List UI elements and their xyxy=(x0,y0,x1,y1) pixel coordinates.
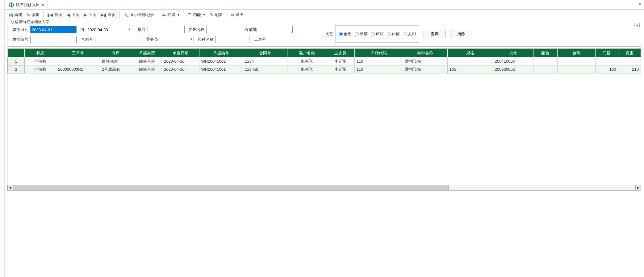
cell-workOrder[interactable] xyxy=(56,57,100,65)
print-icon: 🖶 xyxy=(162,12,166,17)
cell-colorNo[interactable] xyxy=(558,57,596,65)
col-doc-no[interactable]: 单据编号 xyxy=(199,49,243,57)
cell-fabricName[interactable]: 爱招飞布 xyxy=(403,57,447,65)
col-doc-type[interactable]: 单据类型 xyxy=(132,49,162,57)
search-button[interactable]: 查询 xyxy=(424,30,446,38)
functions-button[interactable]: ☰功能▼ xyxy=(186,11,207,19)
col-weight[interactable]: 克重 xyxy=(618,49,641,57)
edit-button[interactable]: ✎编辑 xyxy=(25,11,41,19)
prev-page-button[interactable]: ◀上页 xyxy=(65,11,81,19)
col-work-order[interactable]: 工单号 xyxy=(56,49,100,57)
scroll-track[interactable] xyxy=(13,185,635,191)
cell-salesperson[interactable]: 李延军 xyxy=(326,65,354,73)
col-salesperson[interactable]: 业务员 xyxy=(326,49,354,57)
label-cust-name: 客户名称 xyxy=(186,27,204,32)
table-row[interactable]: 2已审核200330003R12号成品仓回修入库2020-04-10WR2004… xyxy=(8,65,641,73)
location-input[interactable] xyxy=(259,26,293,33)
next-page-button[interactable]: ▶下页 xyxy=(82,11,98,19)
cell-color[interactable] xyxy=(533,57,558,65)
label-doc-date: 单据日期 xyxy=(10,27,28,32)
scroll-thumb[interactable] xyxy=(13,185,449,190)
cell-colorNo[interactable] xyxy=(558,65,596,73)
cell-status[interactable]: 已审核 xyxy=(25,57,56,65)
label-salesperson: 业务员 xyxy=(143,37,158,42)
chevron-down-icon: ▼ xyxy=(177,13,180,16)
contract-no-input[interactable] xyxy=(95,36,141,43)
last-page-button[interactable]: ▶▮末页 xyxy=(99,11,118,19)
cell-warehouse[interactable]: 白坯仓库 xyxy=(100,57,132,65)
cell-custName[interactable]: 朱鸿飞 xyxy=(287,65,326,73)
cell-color[interactable] xyxy=(533,65,558,73)
cell-contractNo[interactable]: 1234 xyxy=(243,57,287,65)
status-void[interactable]: 作废 xyxy=(387,31,400,37)
cell-docType[interactable]: 回修入库 xyxy=(132,57,162,65)
col-rownum[interactable] xyxy=(8,49,25,57)
col-cust-name[interactable]: 客户名称 xyxy=(287,49,326,57)
col-spec[interactable]: 规格 xyxy=(447,49,493,57)
cell-docNo[interactable]: WR20041002 xyxy=(199,57,243,65)
tab-main[interactable]: 坯布回修入库 × xyxy=(6,0,48,9)
print-button[interactable]: 🖶打印▼ xyxy=(160,11,182,19)
col-color-no[interactable]: 色号 xyxy=(558,49,596,57)
cell-spec[interactable] xyxy=(447,57,493,65)
refresh-button[interactable]: ↻刷新 xyxy=(208,11,225,19)
scroll-left-icon[interactable]: ◀ xyxy=(7,185,13,191)
table-row[interactable]: 1已审核白坯仓库回修入库2020-04-10WR200410021234朱鸿飞李… xyxy=(8,57,641,65)
window-close-icon[interactable]: × xyxy=(638,2,641,7)
cell-weight[interactable] xyxy=(618,57,641,65)
cell-docNo[interactable]: WR20041001 xyxy=(199,65,243,73)
scroll-right-icon[interactable]: ▶ xyxy=(635,185,641,191)
cell-fabricName[interactable]: 爱招飞布 xyxy=(403,65,447,73)
cell-fabricCode[interactable]: 110 xyxy=(354,57,403,65)
batch-input[interactable] xyxy=(148,26,185,33)
date-from-input[interactable] xyxy=(30,26,77,33)
cell-docType[interactable]: 回修入库 xyxy=(132,65,162,73)
col-status[interactable]: 状态 xyxy=(25,49,56,57)
col-fabric-name[interactable]: 布种名称 xyxy=(403,49,447,57)
date-to-input[interactable] xyxy=(86,26,132,33)
cell-width[interactable]: 160 xyxy=(596,65,618,73)
cell-workOrder[interactable]: 200330003R1 xyxy=(56,65,100,73)
col-contract-no[interactable]: 合同号 xyxy=(243,49,287,57)
cell-docDate[interactable]: 2020-04-10 xyxy=(162,65,199,73)
cell-width[interactable] xyxy=(596,57,618,65)
cell-salesperson[interactable]: 李延军 xyxy=(326,57,354,65)
cell-status[interactable]: 已审核 xyxy=(25,65,56,73)
doc-no-input[interactable] xyxy=(30,36,77,43)
status-approved[interactable]: 审核 xyxy=(371,31,384,37)
show-all-button[interactable]: 🔍显示全部记录 xyxy=(122,11,156,19)
cell-batch[interactable]: 200330002 xyxy=(493,65,533,73)
status-all[interactable]: 全部 xyxy=(339,31,352,37)
clear-button[interactable]: 清除 xyxy=(450,30,472,38)
exit-button[interactable]: ⊗退出 xyxy=(229,11,245,19)
col-color[interactable]: 颜色 xyxy=(533,49,558,57)
fabric-name-input[interactable] xyxy=(215,36,249,43)
col-doc-date[interactable]: 单据日期 xyxy=(162,49,199,57)
row-number[interactable]: 2 xyxy=(8,65,25,73)
col-width[interactable]: 门幅 xyxy=(596,49,618,57)
salesperson-input[interactable] xyxy=(160,36,194,43)
cell-weight[interactable]: 210 xyxy=(618,65,641,73)
status-draft[interactable]: 草稿 xyxy=(355,31,368,37)
row-number[interactable]: 1 xyxy=(8,57,25,65)
cell-custName[interactable]: 朱鸿飞 xyxy=(287,57,326,65)
cell-fabricCode[interactable]: 110 xyxy=(354,65,403,73)
col-fabric-code[interactable]: 布种代码 xyxy=(354,49,403,57)
work-order-input[interactable] xyxy=(268,36,302,43)
new-button[interactable]: ▤新建 xyxy=(7,11,24,19)
customer-name-input[interactable] xyxy=(206,26,240,33)
cell-warehouse[interactable]: 2号成品仓 xyxy=(100,65,132,73)
close-icon[interactable]: × xyxy=(42,2,44,7)
cell-docDate[interactable]: 2020-04-10 xyxy=(162,57,199,65)
collapse-icon[interactable]: ▴ xyxy=(634,23,640,27)
cell-contractNo[interactable]: 123456 xyxy=(243,65,287,73)
cell-batch[interactable]: 200410008 xyxy=(493,57,533,65)
status-radio-group: 全部 草稿 审核 作废 关闭 xyxy=(335,25,419,43)
label-fabric-name: 布种名称 xyxy=(196,37,214,42)
first-page-button[interactable]: ▮◀首页 xyxy=(45,11,64,19)
status-closed[interactable]: 关闭 xyxy=(403,31,416,37)
horizontal-scrollbar[interactable]: ◀ ▶ xyxy=(7,185,641,190)
col-warehouse[interactable]: 仓库 xyxy=(100,49,132,57)
col-batch[interactable]: 批号 xyxy=(493,49,533,57)
cell-spec[interactable]: 16S xyxy=(447,65,493,73)
